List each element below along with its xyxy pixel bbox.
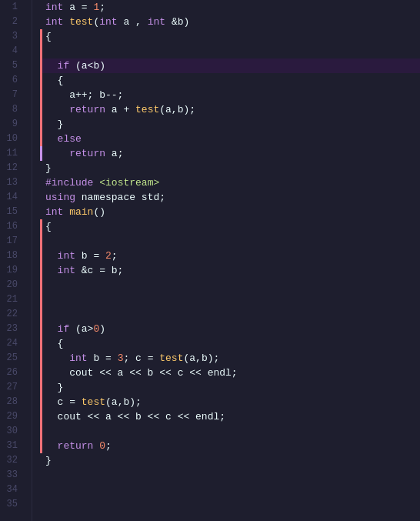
red-bar — [40, 58, 42, 73]
red-bar — [40, 322, 42, 336]
red-bar — [40, 395, 42, 409]
line-number-32: 32 — [0, 453, 24, 468]
red-bar — [40, 307, 42, 322]
line-number-3: 3 — [0, 29, 24, 44]
code-line-34: return 0; — [40, 439, 420, 453]
code-line-27: { — [40, 336, 420, 351]
code-line-8: a++; b--; — [40, 88, 420, 102]
red-bar — [40, 102, 42, 117]
red-bar — [40, 366, 42, 380]
red-bar — [40, 263, 42, 278]
code-line-25 — [40, 307, 420, 322]
code-line-35: } — [40, 453, 420, 468]
code-line-16: #include <iostream> — [40, 175, 420, 190]
line-number-33: 33 — [0, 468, 24, 483]
code-line-26: if (a>0) — [40, 322, 420, 336]
line-number-18: 18 — [0, 249, 24, 263]
line-number-2: 2 — [0, 15, 24, 29]
code-line-17: using namespace std; — [40, 190, 420, 205]
line-number-34: 34 — [0, 483, 24, 497]
line-number-15: 15 — [0, 205, 24, 219]
code-line-7: { — [40, 73, 420, 88]
red-bar — [40, 278, 42, 292]
line-number-14: 14 — [0, 190, 24, 205]
line-number-30: 30 — [0, 424, 24, 439]
red-bar — [40, 88, 42, 102]
code-line-28: int b = 3; c = test(a,b); — [40, 351, 420, 366]
red-bar — [40, 424, 42, 439]
line-number-19: 19 — [0, 263, 24, 278]
code-line-6: if (a<b) — [40, 58, 420, 73]
line-number-7: 7 — [0, 88, 24, 102]
line-number-28: 28 — [0, 395, 24, 409]
pink-bar — [40, 146, 42, 161]
line-number-25: 25 — [0, 351, 24, 366]
code-area: int a = 1;int test(int a , int &b){ if (… — [32, 0, 420, 521]
code-line-32: cout << a << b << c << endl; — [40, 409, 420, 424]
line-number-16: 16 — [0, 219, 24, 234]
line-number-17: 17 — [0, 234, 24, 249]
code-line-22: int &c = b; — [40, 263, 420, 278]
red-bar — [40, 292, 42, 307]
red-bar — [40, 249, 42, 263]
red-bar — [40, 219, 42, 234]
code-line-20 — [40, 234, 420, 249]
line-numbers: 1234567891011121314151617181920212223242… — [0, 0, 32, 521]
code-line-19: { — [40, 219, 420, 234]
code-line-1: int a = 1; — [40, 0, 420, 15]
line-number-31: 31 — [0, 439, 24, 453]
line-number-4: 4 — [0, 44, 24, 58]
line-number-27: 27 — [0, 380, 24, 395]
red-bar — [40, 117, 42, 132]
red-bar — [40, 380, 42, 395]
line-number-26: 26 — [0, 366, 24, 380]
line-number-12: 12 — [0, 161, 24, 175]
code-line-30: } — [40, 380, 420, 395]
code-line-11: else — [40, 132, 420, 146]
code-line-23 — [40, 278, 420, 292]
code-line-12: return a; — [40, 146, 420, 161]
red-bar — [40, 234, 42, 249]
line-number-21: 21 — [0, 292, 24, 307]
line-number-35: 35 — [0, 497, 24, 512]
line-number-6: 6 — [0, 73, 24, 88]
line-number-23: 23 — [0, 322, 24, 336]
red-bar — [40, 336, 42, 351]
code-line-5 — [40, 44, 420, 58]
line-number-20: 20 — [0, 278, 24, 292]
line-number-24: 24 — [0, 336, 24, 351]
red-bar — [40, 73, 42, 88]
code-line-33 — [40, 424, 420, 439]
line-number-1: 1 — [0, 0, 24, 15]
line-number-5: 5 — [0, 58, 24, 73]
line-number-8: 8 — [0, 102, 24, 117]
code-line-4: { — [40, 29, 420, 44]
red-bar — [40, 29, 42, 44]
red-bar — [40, 44, 42, 58]
code-line-10: } — [40, 117, 420, 132]
line-number-13: 13 — [0, 175, 24, 190]
code-line-13: } — [40, 161, 420, 175]
red-bar — [40, 132, 42, 146]
line-number-9: 9 — [0, 117, 24, 132]
code-line-24 — [40, 292, 420, 307]
code-line-18: int main() — [40, 205, 420, 219]
code-line-3: int test(int a , int &b) — [40, 15, 420, 29]
red-bar — [40, 439, 42, 453]
code-editor: 1234567891011121314151617181920212223242… — [0, 0, 420, 521]
code-line-29: cout << a << b << c << endl; — [40, 366, 420, 380]
line-number-29: 29 — [0, 409, 24, 424]
code-line-31: c = test(a,b); — [40, 395, 420, 409]
red-bar — [40, 351, 42, 366]
line-number-10: 10 — [0, 132, 24, 146]
line-number-11: 11 — [0, 146, 24, 161]
code-line-9: return a + test(a,b); — [40, 102, 420, 117]
line-number-22: 22 — [0, 307, 24, 322]
code-line-21: int b = 2; — [40, 249, 420, 263]
red-bar — [40, 409, 42, 424]
